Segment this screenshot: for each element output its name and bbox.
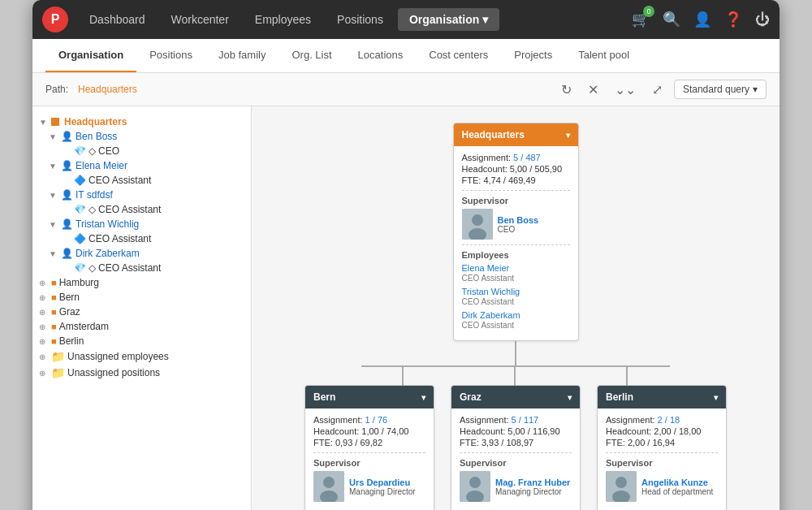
supervisor-role: CEO: [498, 225, 539, 234]
expand-icon: ▼: [49, 162, 58, 171]
refresh-icon[interactable]: ↻: [556, 80, 577, 99]
org-layout: Headquarters ▾ Assignment: 5 / 487 Headc…: [268, 123, 763, 510]
tab-org-list[interactable]: Org. List: [279, 39, 344, 72]
sidebar-item-unassigned-positions[interactable]: ⊕ 📁 Unassigned positions: [32, 365, 251, 381]
org-bottom-row: Bern ▾ Assignment: 1 / 76 Headcount: 1,0…: [304, 385, 727, 510]
sidebar-item-berlin[interactable]: ⊕ ■ Berlin: [32, 334, 251, 348]
supervisor-info: Ben Boss CEO: [498, 215, 539, 234]
graz-supervisor-role: Managing Director: [495, 487, 570, 496]
employee-dirk: Dirk Zaberkam CEO Assistant: [462, 310, 570, 330]
sidebar-item-graz[interactable]: ⊕ ■ Graz: [32, 305, 251, 319]
sidebar-item-unassigned-employees[interactable]: ⊕ 📁 Unassigned employees: [32, 348, 251, 365]
tab-positions[interactable]: Positions: [136, 39, 205, 72]
tab-projects[interactable]: Projects: [501, 39, 565, 72]
sidebar-item-bern[interactable]: ⊕ ■ Bern: [32, 290, 251, 305]
berlin-headcount: Headcount: 2,00 / 18,00: [606, 426, 718, 436]
bern-supervisor-role: Managing Director: [349, 487, 416, 496]
org-card-graz: Graz ▾ Assignment: 5 / 117 Headcount: 5,…: [451, 385, 581, 510]
sidebar-item-dirk[interactable]: ▼ 👤 Dirk Zaberkam: [32, 246, 251, 261]
branch-v-right: [626, 365, 628, 386]
main-content: ▼ Headquarters ▼ 👤 Ben Boss 💎 ◇ CEO ▼ 👤 …: [32, 106, 780, 510]
sidebar-item-hamburg[interactable]: ⊕ ■ Hamburg: [32, 275, 251, 290]
supervisor-label: Supervisor: [462, 196, 570, 205]
graz-supervisor-info: Mag. Franz Huber Managing Director: [495, 478, 570, 496]
nav-workcenter[interactable]: Workcenter: [160, 8, 240, 31]
bern-supervisor-label: Supervisor: [313, 458, 425, 468]
expand-icon: ▼: [49, 249, 58, 258]
card-dropdown-arrow[interactable]: ▾: [566, 131, 570, 140]
expand-icon: ▼: [39, 118, 49, 127]
berlin-supervisor-name[interactable]: Angelika Kunze: [641, 478, 713, 487]
sidebar-item-tristan[interactable]: ▼ 👤 Tristan Wichlig: [32, 217, 251, 231]
org-card-header-graz[interactable]: Graz ▾: [451, 386, 580, 408]
org-card-header-hq[interactable]: Headquarters ▾: [454, 123, 578, 146]
sidebar-item-ceo[interactable]: 💎 ◇ CEO: [32, 144, 251, 158]
expand-icon: ▼: [49, 220, 58, 229]
nav-employees[interactable]: Employees: [244, 8, 322, 31]
bern-dropdown-arrow[interactable]: ▾: [421, 393, 425, 402]
sidebar-item-it-role[interactable]: 💎 ◇ CEO Assistant: [32, 202, 251, 217]
top-navigation: P Dashboard Workcenter Employees Positio…: [32, 0, 780, 39]
nav-organisation[interactable]: Organisation ▾: [398, 8, 499, 31]
berlin-supervisor-label: Supervisor: [606, 458, 718, 468]
bern-fte: FTE: 0,93 / 69,82: [313, 438, 425, 447]
branch-v-left: [402, 365, 404, 386]
berlin-fte: FTE: 2,00 / 16,94: [606, 438, 718, 447]
graz-fte: FTE: 3,93 / 108,97: [460, 438, 572, 447]
folder-icon: 📁: [51, 366, 65, 379]
hq-assignment: Assignment: 5 / 487: [462, 153, 570, 162]
help-button[interactable]: ❓: [724, 11, 742, 28]
path-value[interactable]: Headquarters: [78, 84, 137, 95]
sidebar-item-elena-meier[interactable]: ▼ 👤 Elena Meier: [32, 158, 251, 173]
cart-badge: 0: [643, 6, 654, 17]
hq-square-icon: [51, 118, 59, 126]
bern-supervisor-name[interactable]: Urs Depardieu: [349, 478, 416, 487]
tab-organisation[interactable]: Organisation: [45, 39, 136, 72]
sidebar-item-it-sdfdsf[interactable]: ▼ 👤 IT sdfdsf: [32, 188, 251, 202]
standard-query-button[interactable]: Standard query ▾: [674, 80, 767, 99]
org-card-header-bern[interactable]: Bern ▾: [305, 386, 434, 408]
tab-talent-pool[interactable]: Talent pool: [565, 39, 642, 72]
graz-supervisor-name[interactable]: Mag. Franz Huber: [495, 478, 570, 487]
org-card-bern: Bern ▾ Assignment: 1 / 76 Headcount: 1,0…: [304, 385, 434, 510]
berlin-dropdown-arrow[interactable]: ▾: [714, 393, 718, 402]
sidebar-tree: ▼ Headquarters ▼ 👤 Ben Boss 💎 ◇ CEO ▼ 👤 …: [32, 106, 252, 510]
nav-positions[interactable]: Positions: [326, 8, 395, 31]
employees-label: Employees: [462, 250, 570, 260]
nav-right-actions: 🛒 0 🔍 👤 ❓ ⏻: [632, 11, 770, 28]
hq-fte: FTE: 4,74 / 469,49: [462, 175, 570, 185]
tabs-bar: Organisation Positions Job family Org. L…: [32, 39, 780, 73]
bern-supervisor-avatar: [313, 471, 344, 502]
power-button[interactable]: ⏻: [755, 11, 770, 28]
sidebar-item-headquarters[interactable]: ▼ Headquarters: [32, 115, 251, 129]
svg-point-4: [323, 477, 335, 488]
nav-dashboard[interactable]: Dashboard: [78, 8, 157, 31]
search-button[interactable]: 🔍: [663, 11, 680, 28]
sidebar-item-tristan-role[interactable]: 🔷 CEO Assistant: [32, 231, 251, 246]
org-card-body-hq: Assignment: 5 / 487 Headcount: 5,00 / 50…: [454, 146, 578, 340]
svg-point-10: [615, 477, 627, 488]
fullscreen-icon[interactable]: ⤢: [647, 80, 667, 99]
expand-icon[interactable]: ⌄⌄: [610, 80, 641, 99]
graz-dropdown-arrow[interactable]: ▾: [568, 393, 572, 402]
user-button[interactable]: 👤: [693, 11, 711, 28]
bern-supervisor-info: Urs Depardieu Managing Director: [349, 478, 416, 496]
sidebar-item-ben-boss[interactable]: ▼ 👤 Ben Boss: [32, 129, 251, 144]
close-icon[interactable]: ✕: [583, 80, 603, 99]
supervisor-name[interactable]: Ben Boss: [498, 215, 539, 225]
sidebar-item-dirk-role[interactable]: 💎 ◇ CEO Assistant: [32, 261, 251, 275]
employee-link-tristan[interactable]: Tristan Wichlig: [462, 287, 570, 296]
connector-h: [361, 365, 670, 367]
supervisor-row: Ben Boss CEO: [462, 209, 570, 240]
cart-button[interactable]: 🛒 0: [632, 11, 650, 28]
sidebar-item-elena-role[interactable]: 🔷 CEO Assistant: [32, 173, 251, 188]
employee-link-dirk[interactable]: Dirk Zaberkam: [462, 310, 570, 320]
tab-job-family[interactable]: Job family: [205, 39, 279, 72]
tab-cost-centers[interactable]: Cost centers: [416, 39, 501, 72]
employee-link-elena[interactable]: Elena Meier: [462, 263, 570, 273]
bern-supervisor-row: Urs Depardieu Managing Director: [313, 471, 425, 502]
org-card-header-berlin[interactable]: Berlin ▾: [598, 386, 726, 408]
org-card-body-bern: Assignment: 1 / 76 Headcount: 1,00 / 74,…: [305, 408, 434, 510]
tab-locations[interactable]: Locations: [345, 39, 417, 72]
sidebar-item-amsterdam[interactable]: ⊕ ■ Amsterdam: [32, 319, 251, 334]
